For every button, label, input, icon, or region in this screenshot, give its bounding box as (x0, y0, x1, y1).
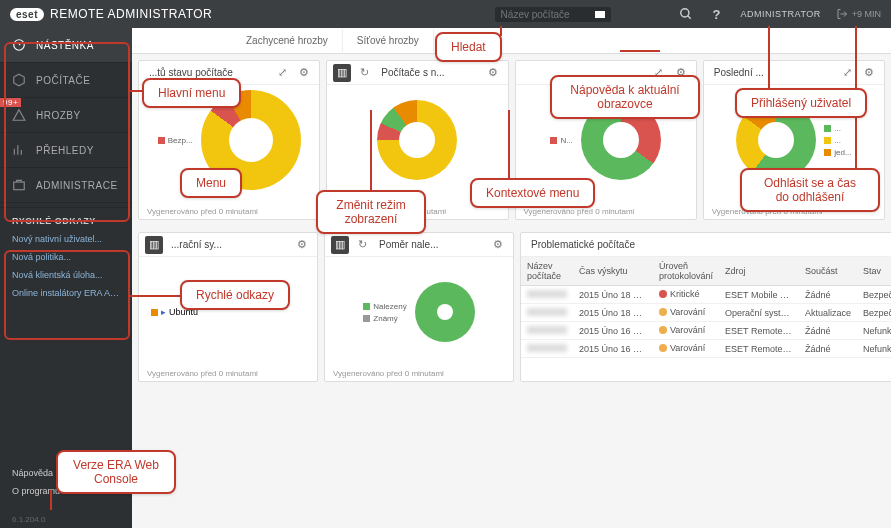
callout: Rychlé odkazy (180, 280, 290, 310)
callout: Odhlásit se a čas do odhlášení (740, 168, 880, 212)
logout-button[interactable]: +9 MIN (836, 8, 881, 20)
nav-threats[interactable]: 99+ HROZBY (0, 98, 132, 133)
legend-label: ... (834, 136, 841, 145)
svg-line-1 (687, 16, 690, 19)
version-label: 6.1.204.0 (12, 515, 45, 524)
nav-label: HROZBY (36, 110, 81, 121)
table-header[interactable]: Název počítače (521, 257, 573, 286)
table-header[interactable]: Zdroj (719, 257, 799, 286)
legend-label: Známý (373, 314, 397, 323)
table-header[interactable]: Čas výskytu (573, 257, 653, 286)
donut-chart (377, 100, 457, 180)
legend-label: N... (560, 136, 572, 145)
callout: Hlavní menu (142, 78, 241, 108)
legend-label: Bezp... (168, 136, 193, 145)
table-row[interactable]: 2015 Úno 16 16:...VarováníESET Remote Ad… (521, 322, 891, 340)
search-input[interactable] (501, 9, 591, 20)
callout: Změnit režim zobrazení (316, 190, 426, 234)
nav-admin[interactable]: ADMINISTRACE (0, 168, 132, 203)
box-icon (12, 73, 26, 87)
widget-title: Poslední ... (710, 67, 834, 78)
tab-threats-captured[interactable]: Zachycené hrozby (232, 29, 343, 52)
chart-icon (12, 143, 26, 157)
nav-computers[interactable]: POČÍTAČE (0, 63, 132, 98)
logout-timer: +9 MIN (852, 9, 881, 19)
svg-rect-3 (14, 182, 25, 190)
gear-icon[interactable]: ⚙ (484, 64, 502, 82)
view-mode-button[interactable]: ▥ (145, 236, 163, 254)
quick-link[interactable]: Nová klientská úloha... (0, 266, 132, 284)
table-row[interactable]: 2015 Úno 18 15:...VarováníOperační systé… (521, 304, 891, 322)
nav-dashboard[interactable]: NÁSTĚNKA (0, 28, 132, 63)
widget-title: ...tů stavu počítače (145, 67, 269, 78)
widget-footer: Vygenerováno před 0 minutami (333, 369, 444, 378)
user-label[interactable]: ADMINISTRATOR (741, 9, 821, 19)
widget-problem-table: Problematické počítače ⤢ ⚙ Název počítač… (520, 232, 891, 382)
gear-icon[interactable]: ⚙ (489, 236, 507, 254)
view-mode-button[interactable]: ▥ (333, 64, 351, 82)
callout: Hledat (435, 32, 502, 62)
callout: Nápověda k aktuální obrazovce (550, 75, 700, 119)
dashboard-tabs: Zachycené hrozby Síťové hrozby + (132, 28, 891, 54)
brand-logo: eset REMOTE ADMINISTRATOR (10, 7, 212, 21)
table-row[interactable]: 2015 Úno 18 15:...KritickéESET Mobile De… (521, 286, 891, 304)
callout: Menu (180, 168, 242, 198)
callout: Kontextové menu (470, 178, 595, 208)
refresh-icon[interactable]: ↻ (353, 236, 371, 254)
table-row[interactable]: 2015 Úno 16 16:...VarováníESET Remote Ad… (521, 340, 891, 358)
gear-icon[interactable]: ⚙ (295, 64, 313, 82)
briefcase-icon (12, 178, 26, 192)
quick-link[interactable]: Online instalátory ERA Agenta... (0, 284, 132, 302)
donut-chart (415, 282, 475, 342)
legend-label: Nalezený (373, 302, 406, 311)
svg-point-0 (680, 9, 688, 17)
search-icon[interactable] (679, 7, 693, 21)
legend-label: ... (834, 124, 841, 133)
quick-links-section: RYCHLÉ ODKAZY Nový nativní uživatel... N… (0, 207, 132, 302)
threat-badge: 99+ (0, 98, 21, 107)
nav-label: PŘEHLEDY (36, 145, 94, 156)
widget-title: Počítače s n... (377, 67, 479, 78)
quick-link[interactable]: Nový nativní uživatel... (0, 230, 132, 248)
expand-icon[interactable]: ⤢ (273, 64, 291, 82)
widget-footer: Vygenerováno před 0 minutami (147, 207, 258, 216)
widget-title: Problematické počítače (527, 239, 891, 250)
view-mode-button[interactable]: ▥ (331, 236, 349, 254)
widget-footer: Vygenerováno před 0 minutami (524, 207, 635, 216)
brand-badge: eset (10, 8, 44, 21)
chevron-down-icon[interactable] (595, 11, 605, 18)
widget-footer: Vygenerováno před 0 minutami (147, 369, 258, 378)
widget-ratio: ▥ ↻ Poměr nale... ⚙ Nalezený Známý Vygen… (324, 232, 514, 382)
table-header[interactable]: Součást (799, 257, 857, 286)
app-header: eset REMOTE ADMINISTRATOR ? ADMINISTRATO… (0, 0, 891, 28)
nav-label: NÁSTĚNKA (36, 40, 94, 51)
nav-reports[interactable]: PŘEHLEDY (0, 133, 132, 168)
legend-label: jed... (834, 148, 851, 157)
search-box[interactable] (495, 7, 611, 22)
quick-links-title: RYCHLÉ ODKAZY (0, 208, 132, 230)
tab-threats-network[interactable]: Síťové hrozby (343, 29, 434, 52)
problem-table: Název počítačeČas výskytuÚroveň protokol… (521, 257, 891, 358)
expand-icon[interactable]: ⤢ (838, 64, 856, 82)
dashboard-icon (12, 38, 26, 52)
table-header[interactable]: Stav (857, 257, 891, 286)
nav-label: POČÍTAČE (36, 75, 90, 86)
quick-link[interactable]: Nová politika... (0, 248, 132, 266)
refresh-icon[interactable]: ↻ (355, 64, 373, 82)
product-title: REMOTE ADMINISTRATOR (50, 7, 212, 21)
gear-icon[interactable]: ⚙ (293, 236, 311, 254)
widget-title: ...rační sy... (167, 239, 289, 250)
nav-label: ADMINISTRACE (36, 180, 118, 191)
callout: Přihlášený uživatel (735, 88, 867, 118)
callout: Verze ERA Web Console (56, 450, 176, 494)
table-header[interactable]: Úroveň protokolování (653, 257, 719, 286)
gear-icon[interactable]: ⚙ (860, 64, 878, 82)
warning-icon (12, 108, 26, 122)
widget-title: Poměr nale... (375, 239, 485, 250)
help-icon[interactable]: ? (713, 7, 721, 22)
